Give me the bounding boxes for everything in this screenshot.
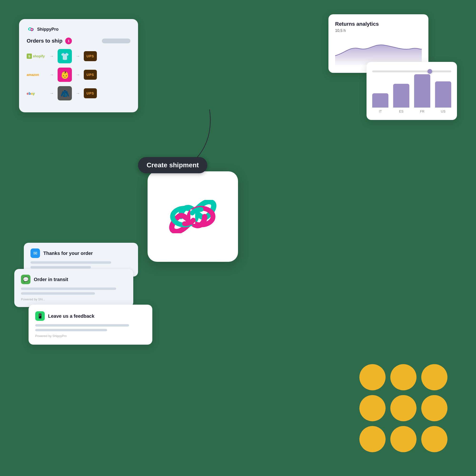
notif-line-2	[31, 266, 91, 269]
bar-label-it: IT	[379, 109, 382, 113]
arrow-right-icon-3: →	[50, 72, 54, 77]
order-row-amazon: amazon → 👶 → UPS	[27, 68, 130, 82]
powered-by-mid: Powered by Shi...	[21, 298, 45, 301]
notif-line-4	[21, 292, 95, 295]
slider-thumb	[427, 69, 432, 74]
bar-chart-area: IT ES FR US	[372, 77, 451, 115]
notif-header-transit: 💬 Order in transit	[21, 275, 127, 284]
ups-badge-2: UPS	[84, 70, 97, 80]
shippypro-logo: ShippyPro	[27, 27, 59, 32]
gold-dot-8	[390, 426, 416, 452]
arrow-right-icon-2: →	[76, 54, 80, 59]
analytics-title: Returns analytics	[335, 21, 422, 27]
gold-dot-4	[359, 395, 386, 421]
notif-title-feedback: Leave us a feedback	[48, 313, 95, 319]
amazon-logo: amazon	[27, 73, 46, 77]
notif-line-6	[35, 329, 107, 331]
gold-dot-7	[359, 426, 386, 452]
bar-it	[372, 93, 389, 108]
ebay-logo: ebay	[27, 91, 46, 95]
area-chart	[335, 37, 422, 65]
bar-col-es: ES	[393, 84, 409, 113]
notif-card-transit: 💬 Order in transit Powered by Shi...	[14, 269, 133, 307]
logo-text: ShippyPro	[37, 27, 59, 32]
bar-us	[435, 81, 451, 108]
bar-col-fr: FR	[414, 74, 430, 113]
slider-row	[372, 68, 451, 74]
notif-line-3	[21, 288, 116, 290]
arrow-right-icon-6: →	[76, 91, 80, 96]
gold-dot-2	[390, 364, 416, 390]
notif-header-thanks: ✉ Thanks for your order	[31, 249, 131, 258]
notif-line-5	[35, 324, 129, 326]
bar-label-us: US	[441, 109, 445, 113]
create-shipment-bubble[interactable]: Create shipment	[138, 157, 207, 173]
analytics-value: 10,5 h	[335, 29, 422, 33]
product-thumb-baby: 👶	[58, 68, 72, 82]
email-icon: ✉	[31, 249, 40, 258]
main-logo-card	[148, 171, 238, 262]
gold-dot-5	[390, 395, 416, 421]
notif-title-transit: Order in transit	[34, 277, 68, 282]
ups-badge-1: UPS	[84, 51, 97, 61]
gold-dots-decoration	[359, 364, 447, 452]
slider-track	[372, 70, 451, 72]
orders-card: ShippyPro Orders to ship 1 S shopify → 👕…	[19, 19, 138, 112]
orders-title: Orders to ship	[27, 38, 62, 44]
shopify-logo: S shopify	[27, 53, 46, 59]
product-thumb-tshirt: 👕	[58, 49, 72, 63]
notif-header-feedback: 📱 Leave us a feedback	[35, 311, 146, 321]
arrow-right-icon-4: →	[76, 72, 80, 77]
orders-card-header: ShippyPro	[27, 27, 130, 32]
bar-es	[393, 84, 409, 108]
bar-label-es: ES	[399, 109, 404, 113]
bar-chart-card: IT ES FR US	[367, 62, 457, 120]
gold-dot-9	[421, 426, 447, 452]
search-bar-placeholder	[102, 38, 130, 43]
whatsapp-icon: 📱	[35, 311, 45, 321]
shippypro-logo-icon	[27, 27, 35, 32]
notif-title-thanks: Thanks for your order	[43, 251, 93, 256]
bar-label-fr: FR	[420, 109, 425, 113]
gold-dot-1	[359, 364, 386, 390]
shopify-s-icon: S	[27, 53, 32, 59]
bar-fr	[414, 74, 430, 108]
message-icon: 💬	[21, 275, 31, 284]
ups-badge-3: UPS	[84, 88, 97, 98]
order-row-shopify: S shopify → 👕 → UPS	[27, 49, 130, 63]
orders-title-row: Orders to ship 1	[27, 38, 130, 44]
notif-card-feedback: 📱 Leave us a feedback Powered by ShippyP…	[29, 305, 152, 345]
order-row-ebay: ebay → 🧥 → UPS	[27, 86, 130, 101]
notif-line-1	[31, 261, 111, 264]
bar-col-it: IT	[372, 93, 389, 113]
shippypro-infinity-logo	[167, 202, 219, 231]
create-shipment-label: Create shipment	[147, 161, 199, 169]
gold-dot-3	[421, 364, 447, 390]
arrow-right-icon: →	[50, 54, 54, 59]
arrow-right-icon-5: →	[50, 91, 54, 96]
gold-dot-6	[421, 395, 447, 421]
bar-col-us: US	[435, 81, 451, 113]
powered-by-front: Powered by ShippyPro	[35, 334, 67, 338]
product-thumb-hoodie: 🧥	[58, 86, 72, 101]
orders-badge: 1	[65, 38, 72, 44]
